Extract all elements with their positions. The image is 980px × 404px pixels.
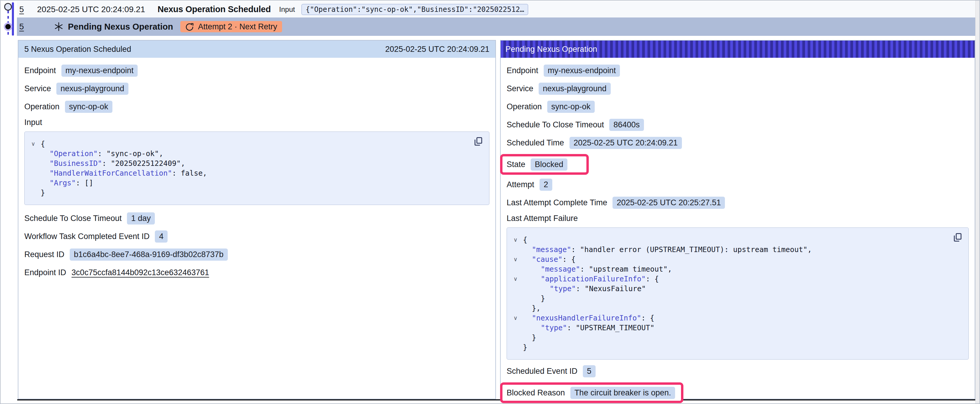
json-gutter: [30, 168, 41, 178]
input-section-label: Input: [24, 118, 489, 128]
event-title: Nexus Operation Scheduled: [158, 5, 271, 14]
json-line-text: "Operation": "sync-op-ok",: [41, 149, 164, 158]
field-label: Endpoint: [24, 66, 56, 75]
copy-button[interactable]: [952, 232, 964, 243]
collapse-chevron-icon[interactable]: ∨: [512, 235, 523, 245]
field-label: Schedule To Close Timeout: [24, 214, 122, 223]
field-value-badge: 2: [539, 179, 552, 191]
field-label: Request ID: [24, 250, 64, 259]
json-gutter: [512, 245, 523, 254]
json-line: "BusinessID": "20250225122409",: [30, 158, 468, 168]
field-label: Endpoint ID: [24, 268, 66, 277]
pending-operation-card: Pending Nexus Operation Endpointmy-nexus…: [500, 40, 975, 399]
event-row-nexus-operation-scheduled[interactable]: 5 2025-02-25 UTC 20:24:09.21 Nexus Opera…: [17, 1, 975, 17]
json-line-text: }: [523, 293, 545, 303]
timeline-node-selected-icon[interactable]: [4, 22, 12, 31]
detail-field-row: Attempt2: [507, 178, 969, 191]
temporal-event-history-page: 5 2025-02-25 UTC 20:24:09.21 Nexus Opera…: [0, 0, 980, 404]
collapse-chevron-icon[interactable]: ∨: [512, 274, 523, 284]
pending-event-id-link[interactable]: 5: [19, 22, 25, 32]
field-value-badge: 5: [583, 365, 596, 377]
card-title: 5 Nexus Operation Scheduled: [24, 45, 131, 54]
json-gutter: [512, 303, 523, 313]
scheduled-event-card-header: 5 Nexus Operation Scheduled 2025-02-25 U…: [18, 41, 495, 58]
field-label: Operation: [24, 102, 60, 111]
json-line: ∨"nexusHandlerFailureInfo": {: [512, 313, 948, 323]
json-gutter: [512, 264, 523, 274]
detail-field-row: Request IDb1c6a4bc-8ee7-468a-9169-df3b02…: [24, 248, 489, 261]
json-line: "message": "upstream timeout",: [512, 264, 948, 274]
json-gutter: [512, 284, 523, 293]
field-label: Last Attempt Complete Time: [507, 198, 607, 208]
detail-field-row: Operationsync-op-ok: [24, 100, 489, 113]
json-line: "HandlerWaitForCancellation": false,: [30, 168, 468, 178]
detail-field-row: Servicenexus-playground: [507, 82, 969, 95]
detail-field-row: Workflow Task Completed Event ID4: [24, 230, 489, 243]
copy-icon: [952, 233, 963, 242]
field-value-badge: sync-op-ok: [547, 101, 595, 113]
field-value-badge: 86400s: [609, 119, 644, 131]
json-gutter: [30, 178, 41, 188]
json-gutter: [512, 342, 523, 352]
pending-asterisk-icon: [54, 22, 64, 32]
field-value-badge: 4: [155, 230, 168, 242]
json-line: }: [512, 342, 948, 352]
pending-event-title: Pending Nexus Operation: [68, 22, 173, 32]
collapse-chevron-icon[interactable]: ∨: [30, 139, 41, 149]
field-value-badge: my-nexus-endpoint: [61, 65, 138, 77]
field-label: Schedule To Close Timeout: [507, 120, 604, 130]
json-line: "Args": []: [30, 178, 468, 188]
json-gutter: [30, 188, 41, 198]
json-line: }: [512, 333, 948, 342]
field-label: Attempt: [507, 180, 534, 189]
detail-field-row: Scheduled Event ID5: [507, 364, 969, 378]
event-timestamp: 2025-02-25 UTC 20:24:09.21: [37, 5, 145, 14]
collapse-chevron-icon[interactable]: ∨: [512, 254, 523, 264]
detail-field-row: Endpoint ID3c0c75ccfa8144b092c13ce632463…: [24, 266, 489, 279]
detail-field-row: Blocked ReasonThe circuit breaker is ope…: [507, 386, 675, 399]
json-line-text: "BusinessID": "20250225122409",: [41, 158, 185, 168]
field-label: State: [507, 160, 525, 169]
json-line-text: }: [523, 342, 527, 352]
json-line-text: },: [523, 303, 541, 313]
vertical-scrollbar[interactable]: [975, 1, 979, 403]
event-row-pending-nexus-operation[interactable]: 5 Pending Nexus Operation Attempt 2 · Ne…: [17, 17, 975, 36]
timeline-node-open-icon[interactable]: [4, 3, 12, 11]
json-line-text: "cause": {: [523, 254, 576, 264]
field-value-badge: 2025-02-25 UTC 20:24:09.21: [570, 137, 682, 149]
json-line: }: [30, 188, 468, 198]
retry-icon: [185, 22, 194, 31]
input-json-viewer: ∨{"Operation": "sync-op-ok","BusinessID"…: [24, 131, 489, 205]
event-id-link[interactable]: 5: [19, 5, 25, 14]
copy-button[interactable]: [473, 136, 484, 147]
collapse-chevron-icon[interactable]: ∨: [512, 313, 523, 323]
detail-field-row: Last Attempt Complete Time2025-02-25 UTC…: [507, 196, 969, 209]
field-label: Scheduled Event ID: [507, 367, 578, 376]
json-gutter: [512, 293, 523, 303]
json-line-text: "message": "upstream timeout",: [523, 264, 672, 274]
field-value-badge: sync-op-ok: [65, 101, 112, 113]
json-line: ∨"cause": {: [512, 254, 948, 264]
last-attempt-failure-label: Last Attempt Failure: [507, 214, 969, 224]
detail-field-row: Endpointmy-nexus-endpoint: [507, 64, 969, 77]
field-label: Endpoint: [507, 66, 538, 75]
json-line: "type": "NexusFailure": [512, 284, 948, 293]
failure-json-viewer: ∨{"message": "handler error (UPSTREAM_TI…: [507, 228, 969, 360]
attempt-retry-badge: Attempt 2 · Next Retry: [180, 21, 282, 32]
pending-operation-card-header: Pending Nexus Operation: [501, 41, 975, 58]
detail-field-row: Schedule To Close Timeout1 day: [24, 211, 489, 225]
json-line-text: "applicationFailureInfo": {: [523, 274, 659, 284]
json-gutter: [512, 323, 523, 333]
detail-field-row: Schedule To Close Timeout86400s: [507, 118, 969, 131]
blocked-reason-highlight-box: Blocked ReasonThe circuit breaker is ope…: [500, 382, 683, 403]
scheduled-event-card: 5 Nexus Operation Scheduled 2025-02-25 U…: [18, 40, 496, 399]
field-label: Workflow Task Completed Event ID: [24, 232, 150, 241]
event-input-preview-badge: {"Operation":"sync-op-ok","BusinessID":"…: [301, 4, 528, 15]
expanded-group-bottom-border: [17, 399, 975, 401]
json-line: ∨{: [512, 235, 948, 245]
field-label: Blocked Reason: [507, 388, 565, 398]
field-label: Scheduled Time: [507, 138, 564, 147]
endpoint-id-link[interactable]: 3c0c75ccfa8144b092c13ce632463761: [72, 268, 209, 277]
detail-field-row: StateBlocked: [507, 158, 567, 171]
json-line-text: {: [523, 235, 527, 245]
